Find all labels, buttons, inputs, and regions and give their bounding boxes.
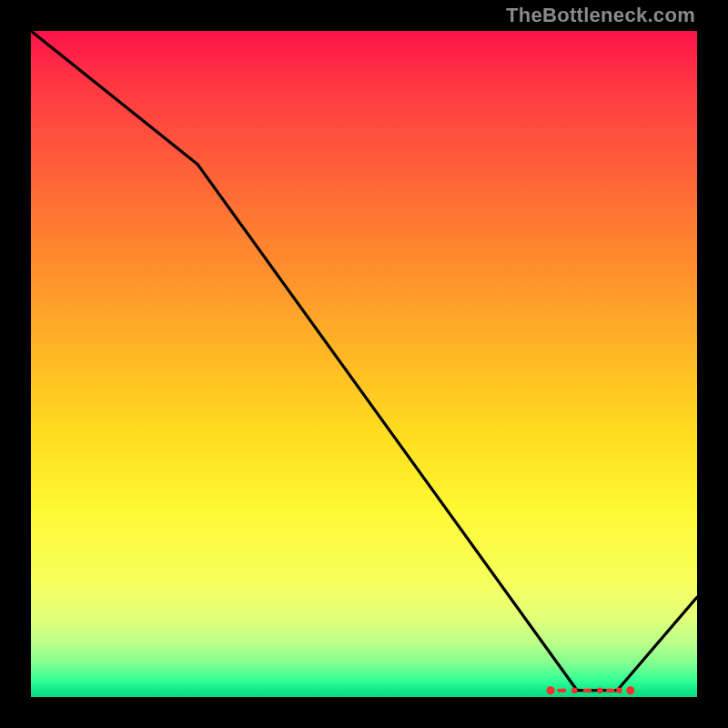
flat-region-dash — [582, 689, 592, 693]
flat-region-marker — [571, 688, 577, 693]
chart-stage: TheBottleneck.com — [0, 0, 728, 728]
chart-line — [31, 31, 697, 691]
attribution-text: TheBottleneck.com — [506, 4, 695, 27]
flat-region-marker — [616, 688, 622, 693]
flat-region-marker — [626, 686, 634, 694]
chart-svg — [31, 31, 697, 697]
flat-region-marker — [547, 686, 555, 694]
plot-area — [31, 31, 697, 697]
flat-region-dash — [557, 689, 566, 693]
flat-region-dash — [606, 689, 615, 693]
flat-region-marker — [597, 688, 602, 693]
